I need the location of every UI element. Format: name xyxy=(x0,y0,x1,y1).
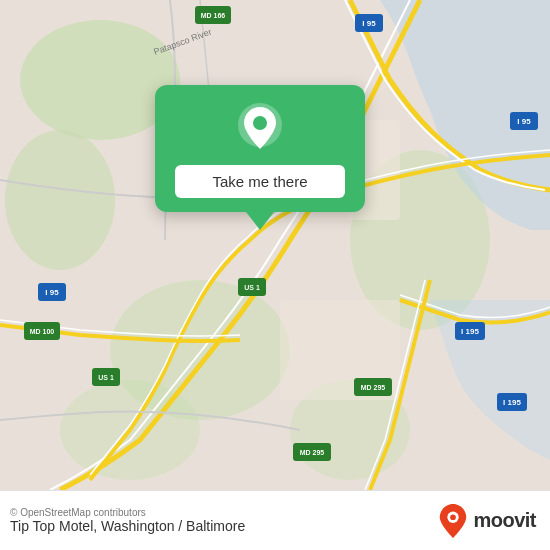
copyright-text: © OpenStreetMap contributors xyxy=(10,507,245,518)
map-pin-icon xyxy=(234,103,286,155)
take-me-there-button[interactable]: Take me there xyxy=(175,165,345,198)
svg-text:I 195: I 195 xyxy=(461,327,479,336)
svg-point-39 xyxy=(451,514,457,520)
svg-point-2 xyxy=(5,130,115,270)
svg-text:I 95: I 95 xyxy=(517,117,531,126)
info-left: © OpenStreetMap contributors Tip Top Mot… xyxy=(10,507,245,534)
info-bar: © OpenStreetMap contributors Tip Top Mot… xyxy=(0,490,550,550)
svg-text:I 195: I 195 xyxy=(503,398,521,407)
moovit-logo: moovit xyxy=(439,504,536,538)
map-svg: Patapsco River I 95 MD 166 I 95 US 1 US … xyxy=(0,0,550,490)
location-title: Tip Top Motel, Washington / Baltimore xyxy=(10,518,245,534)
svg-text:I 95: I 95 xyxy=(45,288,59,297)
svg-text:US 1: US 1 xyxy=(244,284,260,291)
svg-text:MD 295: MD 295 xyxy=(361,384,386,391)
svg-point-37 xyxy=(253,116,267,130)
svg-text:MD 166: MD 166 xyxy=(201,12,226,19)
svg-text:MD 100: MD 100 xyxy=(30,328,55,335)
moovit-brand-text: moovit xyxy=(473,509,536,532)
moovit-pin-icon xyxy=(439,504,467,538)
location-card: Take me there xyxy=(155,85,365,212)
svg-text:US 1: US 1 xyxy=(98,374,114,381)
svg-text:MD 295: MD 295 xyxy=(300,449,325,456)
map-container: Patapsco River I 95 MD 166 I 95 US 1 US … xyxy=(0,0,550,490)
svg-text:I 95: I 95 xyxy=(362,19,376,28)
